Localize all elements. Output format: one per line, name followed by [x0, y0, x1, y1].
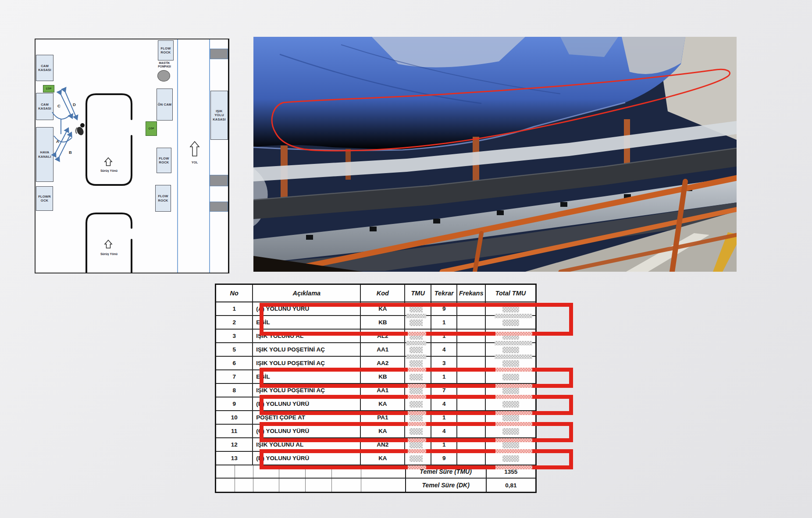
photo-parts-rack: [253, 37, 737, 272]
label-path-c: C: [57, 103, 61, 108]
censored-tmu-value: [410, 415, 423, 421]
cell-no: 9: [216, 397, 253, 410]
cell-frekans: [457, 343, 485, 356]
footer-value-temel-sure-dk: 0,81: [487, 479, 535, 492]
footer-empty-cell: [216, 479, 235, 492]
label-path-a: A: [56, 139, 59, 144]
cell-no: 5: [216, 343, 253, 356]
cell-no: 3: [216, 330, 253, 342]
censored-total-tmu-value: [502, 347, 519, 353]
floor-layout-diagram: CAM KASASI ÇÖP CAM KASASI HAVA KANALI FL…: [35, 39, 229, 273]
label-path-d: D: [73, 102, 76, 107]
cell-no: 1: [216, 302, 253, 315]
header-tmu: TMU: [405, 285, 431, 302]
censor-smear-pink: [495, 368, 532, 372]
arrow-up-icon: [105, 240, 112, 248]
arrow-up-icon: [105, 158, 112, 166]
turn-arc-1: [52, 112, 70, 119]
censor-smear-pink: [495, 411, 532, 415]
cell-aciklama: IŞIK YOLU POŞETİNİ AÇ: [253, 343, 361, 356]
header-tekrar: Tekrar: [431, 285, 458, 302]
censored-total-tmu-value: [502, 442, 519, 448]
photo-illustration: [253, 37, 737, 272]
footer-empty-cell: [235, 465, 253, 478]
header-frekans: Frekans: [457, 285, 485, 302]
arrow-up-icon: [190, 142, 199, 156]
diagram-vector-layer: C D A B: [36, 39, 228, 273]
operator-icon: [75, 123, 85, 136]
header-total-tmu: Total TMU: [486, 285, 535, 302]
censored-total-tmu-value: [502, 360, 519, 367]
table-row: 5IŞIK YOLU POŞETİNİ AÇAA14: [216, 343, 535, 357]
censored-total-tmu-value: [502, 415, 519, 421]
censor-smear-pink: [495, 384, 532, 388]
censor-smear: [406, 341, 426, 345]
censor-smear-pink: [495, 465, 532, 469]
car-outline-1: [86, 94, 132, 185]
censor-smear-pink: [495, 395, 532, 399]
table-footer-row: Temel Süre (DK) 0,81: [216, 479, 535, 492]
label-path-b: B: [69, 150, 72, 155]
censor-smear-pink: [408, 422, 426, 426]
footer-empty-cell: [253, 479, 280, 492]
censor-smear-pink: [408, 332, 426, 336]
slide-canvas: CAM KASASI ÇÖP CAM KASASI HAVA KANALI FL…: [0, 0, 812, 518]
cell-no: 13: [216, 452, 253, 465]
path-arrow-c: [61, 95, 72, 118]
censor-smear-pink: [408, 368, 426, 372]
censored-tmu-value: [410, 387, 423, 394]
censored-tmu-value: [410, 360, 423, 367]
cell-no: 11: [216, 425, 253, 437]
footer-empty-cell: [332, 479, 362, 492]
censor-smear-pink: [495, 438, 532, 442]
cell-no: 2: [216, 316, 253, 329]
header-no: No: [216, 285, 253, 302]
cell-no: 10: [216, 411, 253, 424]
censored-total-tmu-value: [502, 387, 519, 394]
censored-tmu-value: [410, 442, 423, 448]
header-kod: Kod: [361, 285, 405, 302]
cell-no: 6: [216, 357, 253, 369]
footer-empty-cell: [361, 479, 406, 492]
footer-empty-cell: [306, 479, 332, 492]
cell-kod: AA1: [361, 343, 405, 356]
censor-smear-pink: [408, 384, 426, 388]
censor-smear-pink: [495, 449, 532, 453]
censor-smear-pink: [408, 438, 426, 442]
censor-smear-pink: [408, 395, 426, 399]
censor-smear: [406, 355, 426, 359]
table-header-row: No Açıklama Kod TMU Tekrar Frekans Total…: [216, 285, 535, 302]
censor-smear: [495, 341, 532, 345]
cell-no: 12: [216, 438, 253, 451]
censor-smear-pink: [408, 411, 426, 415]
footer-empty-cell: [279, 479, 306, 492]
footer-empty-cell: [216, 465, 235, 478]
cell-no: 8: [216, 384, 253, 397]
censor-smear-pink: [495, 422, 532, 426]
cell-tekrar: 4: [431, 343, 458, 356]
header-aciklama: Açıklama: [253, 285, 361, 302]
censor-smear-pink: [408, 449, 426, 453]
censored-tmu-value: [410, 347, 423, 353]
footer-label-temel-sure-dk: Temel Süre (DK): [406, 479, 487, 492]
footer-empty-cell: [235, 479, 253, 492]
annotation-red-box-rows-1-2: [260, 303, 573, 336]
censor-smear: [495, 355, 532, 359]
censor-smear-pink: [408, 465, 426, 469]
censor-smear-pink: [495, 332, 532, 336]
cell-no: 7: [216, 370, 253, 383]
